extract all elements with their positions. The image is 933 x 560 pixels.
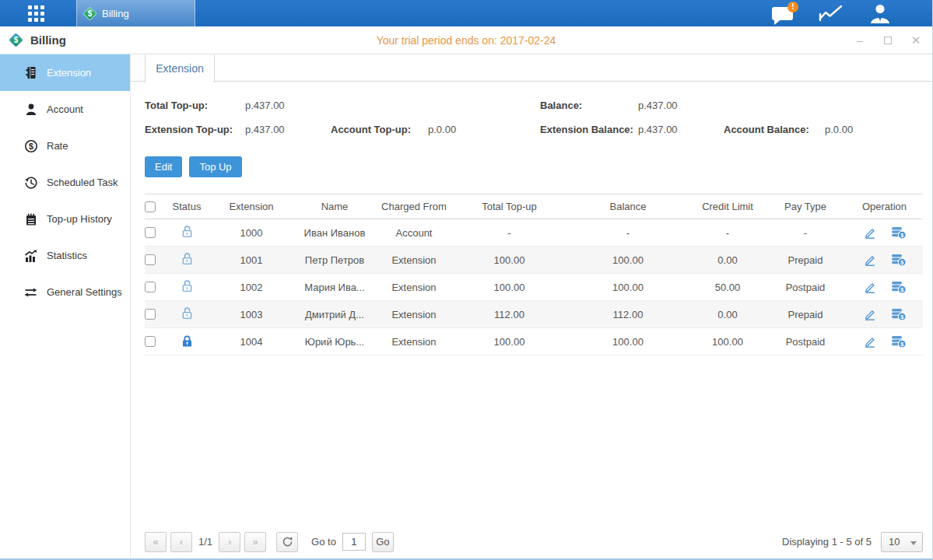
resource-monitor-icon[interactable]	[818, 4, 844, 23]
account-balance-value: p.0.00	[825, 124, 853, 135]
row-checkbox[interactable]	[145, 254, 156, 265]
close-button[interactable]: ✕	[910, 35, 921, 46]
main-content: Extension Total Top-up: p.437.00 Balance…	[131, 54, 933, 560]
maximize-button[interactable]	[882, 35, 893, 46]
sidebar-item-rate[interactable]: $ Rate	[0, 128, 130, 164]
cell-extension: 1003	[209, 309, 294, 320]
edit-icon[interactable]	[863, 226, 877, 240]
edit-button[interactable]: Edit	[145, 156, 182, 177]
account-topup-label: Account Top-up:	[331, 124, 411, 135]
cell-balance: 112.00	[566, 309, 690, 320]
refresh-button[interactable]	[276, 532, 298, 552]
extension-topup-label: Extension Top-up:	[145, 124, 233, 135]
cell-charged-from: Extension	[375, 282, 453, 293]
cell-balance: 100.00	[566, 254, 690, 266]
bar-chart-icon	[23, 248, 38, 263]
prev-page-button[interactable]: ‹	[170, 532, 192, 552]
row-checkbox[interactable]	[145, 336, 156, 347]
sidebar-item-label: General Settings	[47, 286, 122, 298]
taskbar-tab-label: Billing	[102, 8, 129, 19]
row-checkbox[interactable]	[145, 282, 156, 292]
row-checkbox[interactable]	[145, 227, 156, 238]
cell-name: Иван Иванов	[294, 227, 375, 239]
table-row: 1004 Юрий Юрь... Extension 100.00 100.00…	[145, 328, 923, 355]
sidebar-item-account[interactable]: Account	[0, 91, 130, 128]
header-credit-limit: Credit Limit	[690, 201, 765, 212]
account-balance-label: Account Balance:	[724, 124, 809, 135]
row-topup-icon[interactable]: $	[891, 254, 907, 267]
row-topup-icon[interactable]: $	[891, 335, 907, 348]
edit-icon[interactable]	[863, 334, 877, 348]
user-account-icon[interactable]	[868, 3, 892, 24]
sidebar-item-scheduled-task[interactable]: Scheduled Task	[0, 164, 130, 201]
lock-open-icon	[181, 225, 194, 241]
header-balance: Balance	[566, 201, 690, 212]
cell-total-topup: -	[453, 227, 566, 239]
billing-app-window: $ Billing ! $	[0, 0, 933, 560]
sidebar-item-extension[interactable]: Extension	[0, 54, 130, 91]
notepad-icon	[23, 212, 38, 226]
cell-credit-limit: 0.00	[690, 309, 765, 320]
cell-total-topup: 112.00	[453, 309, 566, 320]
window-title: Billing	[30, 33, 66, 47]
sidebar-item-label: Top-up History	[47, 213, 112, 225]
cell-pay-type: Prepaid	[765, 254, 846, 266]
sidebar-item-statistics[interactable]: Statistics	[0, 237, 130, 274]
row-topup-icon[interactable]: $	[891, 281, 907, 294]
cell-pay-type: -	[765, 227, 846, 239]
cell-charged-from: Extension	[375, 336, 453, 348]
tab-extension[interactable]: Extension	[145, 54, 215, 82]
app-launcher-icon[interactable]	[28, 5, 44, 22]
cell-total-topup: 100.00	[453, 336, 566, 348]
cell-name: Мария Ива...	[294, 282, 375, 293]
account-topup-value: p.0.00	[428, 124, 456, 135]
next-page-button[interactable]: ›	[219, 532, 240, 552]
total-topup-value: p.437.00	[245, 100, 285, 111]
header-name: Name	[294, 201, 375, 212]
dollar-coin-icon: $	[23, 138, 38, 153]
page-size-value: 10	[889, 536, 900, 548]
row-topup-icon[interactable]: $	[891, 226, 907, 240]
table-row: 1001 Петр Петров Extension 100.00 100.00…	[145, 247, 923, 274]
cell-balance: 100.00	[566, 282, 690, 293]
page-indicator: 1/1	[198, 536, 212, 548]
topup-button[interactable]: Top Up	[189, 156, 241, 177]
cell-extension: 1002	[209, 282, 294, 293]
minimize-button[interactable]: –	[854, 35, 865, 46]
balance-label: Balance:	[540, 100, 582, 111]
notification-badge: !	[787, 2, 798, 12]
goto-page-input[interactable]	[342, 533, 366, 551]
sidebar-item-label: Rate	[47, 140, 68, 152]
edit-icon[interactable]	[863, 253, 877, 267]
total-topup-label: Total Top-up:	[145, 100, 208, 111]
page-size-select[interactable]: 10	[881, 532, 923, 552]
ledger-icon	[23, 65, 38, 80]
row-topup-icon[interactable]: $	[891, 308, 907, 321]
edit-icon[interactable]	[863, 307, 877, 321]
clock-icon	[23, 175, 38, 190]
cell-extension: 1001	[209, 254, 294, 266]
taskbar-tab-billing[interactable]: $ Billing	[76, 0, 195, 26]
cell-name: Петр Петров	[294, 254, 375, 266]
cell-balance: -	[566, 227, 690, 239]
goto-label: Go to	[311, 536, 336, 548]
sidebar-item-label: Scheduled Task	[47, 177, 118, 188]
select-all-checkbox[interactable]	[145, 201, 156, 212]
chevron-down-icon	[910, 541, 917, 545]
cell-name: Юрий Юрь...	[294, 336, 375, 348]
sidebar-item-topup-history[interactable]: Top-up History	[0, 201, 130, 237]
go-button[interactable]: Go	[372, 532, 394, 552]
cell-charged-from: Extension	[375, 254, 453, 266]
sidebar-item-general-settings[interactable]: General Settings	[0, 274, 130, 310]
notifications-icon[interactable]: !	[772, 7, 793, 20]
balance-value: p.437.00	[638, 100, 678, 111]
cell-balance: 100.00	[566, 336, 690, 348]
last-page-button[interactable]: »	[244, 532, 266, 552]
edit-icon[interactable]	[863, 280, 877, 294]
first-page-button[interactable]: «	[145, 532, 167, 552]
trial-notice: Your trial period ends on: 2017-02-24	[377, 34, 556, 47]
pagination-bar: « ‹ 1/1 › » Go to Go Displaying 1 - 5 of…	[145, 531, 923, 552]
row-checkbox[interactable]	[145, 309, 156, 320]
cell-total-topup: 100.00	[453, 254, 566, 266]
cell-credit-limit: 50.00	[690, 282, 765, 293]
